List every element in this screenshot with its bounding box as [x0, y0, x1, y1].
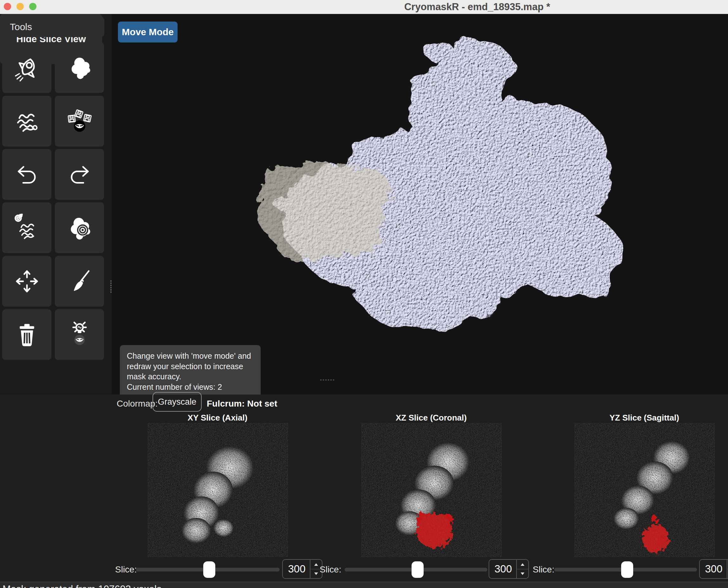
xy-slice-spinbox[interactable]: 300 — [282, 559, 322, 579]
xy-slice-slider-label: Slice: — [115, 560, 137, 579]
titlebar: CryomaskR - emd_18935.map * — [0, 0, 728, 14]
tool-button-mask[interactable] — [55, 42, 104, 93]
xz-slider-thumb[interactable] — [411, 561, 424, 578]
minimize-button[interactable] — [17, 3, 24, 10]
protein-target-icon — [12, 212, 42, 243]
protein-icon — [12, 106, 42, 136]
tool-button-paint[interactable] — [55, 256, 104, 307]
colormap-row: Colormap: Grayscale Fulcrum: Not set — [0, 395, 728, 414]
undo-arrow-icon — [12, 159, 42, 190]
yz-slice-title: YZ Slice (Sagittal) — [575, 413, 714, 423]
spinner-up-icon — [314, 563, 318, 566]
window-title: CryomaskR - emd_18935.map * — [404, 0, 550, 14]
redo-arrow-icon — [64, 159, 95, 190]
tool-button-save-mask[interactable] — [55, 96, 104, 147]
fulcrum-status: Fulcrum: Not set — [207, 395, 277, 413]
yz-slice-slider[interactable] — [554, 568, 697, 571]
colormap-dropdown[interactable]: Grayscale — [152, 392, 202, 412]
tool-button-protein-focus[interactable] — [2, 202, 51, 253]
colormap-label: Colormap: — [117, 395, 157, 413]
spinner-down-icon — [521, 572, 524, 575]
mask-overlay-3d — [258, 163, 391, 261]
xz-slice-value: 300 — [489, 560, 517, 578]
yz-slider-thumb[interactable] — [621, 561, 633, 578]
tools-header-label: Tools — [2, 17, 104, 37]
idea-ninja-icon — [64, 319, 95, 350]
tool-button-redo[interactable] — [55, 149, 104, 200]
move-mode-button[interactable]: Move Mode — [118, 22, 177, 42]
xy-slice-slider[interactable] — [136, 568, 280, 571]
spinner-down-icon — [314, 572, 318, 575]
status-text: Mask generated from 107603 voxels — [2, 584, 162, 588]
xz-slice-spinbox[interactable]: 300 — [489, 559, 529, 579]
xz-slice-render — [362, 423, 501, 556]
density-map-3d-render — [112, 14, 728, 395]
tool-button-move[interactable] — [2, 256, 51, 307]
yz-slice-value: 300 — [700, 560, 728, 578]
xy-slice-value: 300 — [283, 560, 311, 578]
trash-icon — [12, 319, 42, 350]
yz-slice-image[interactable] — [575, 423, 715, 557]
yz-slice-slider-label: Slice: — [533, 560, 554, 579]
xz-slice-slider[interactable] — [345, 568, 487, 571]
view-hint-tooltip: Change view with 'move mode' and redraw … — [120, 345, 261, 395]
yz-slice-spinbox[interactable]: 300 — [699, 559, 728, 579]
status-bar: Mask generated from 107603 voxels — [0, 582, 728, 588]
colormap-dropdown-value: Grayscale — [158, 397, 197, 407]
slice-view-panel: Colormap: Grayscale Fulcrum: Not set XY … — [0, 395, 728, 582]
tool-button-launch[interactable] — [2, 42, 51, 93]
xy-slice-image[interactable] — [148, 423, 288, 557]
spinner-down-button[interactable] — [517, 569, 528, 578]
move-mode-label: Move Mode — [122, 27, 173, 37]
rocket-icon — [12, 52, 42, 83]
mask-target-icon — [64, 212, 95, 243]
xz-spinner — [516, 560, 528, 578]
yz-slice-render — [575, 423, 714, 556]
move-arrows-icon — [12, 266, 42, 296]
xy-slider-thumb[interactable] — [203, 561, 215, 578]
close-button[interactable] — [4, 3, 11, 10]
paintbrush-icon — [64, 266, 95, 296]
tool-button-hint[interactable] — [55, 309, 104, 360]
mask-blob-icon — [64, 52, 95, 83]
panel-splitter-handle[interactable] — [320, 379, 335, 381]
tool-button-protein[interactable] — [2, 96, 51, 147]
spinner-up-icon — [521, 563, 524, 566]
xy-slice-title: XY Slice (Axial) — [148, 413, 287, 423]
yz-spinner — [727, 560, 728, 578]
tools-header: Tools — [2, 17, 104, 37]
viewport-3d[interactable]: Move Mode Change view with 'move mode' a… — [112, 14, 728, 395]
spinner-up-button[interactable] — [517, 560, 528, 569]
zoom-button[interactable] — [29, 3, 37, 10]
xz-slice-image[interactable] — [362, 423, 501, 557]
app-window: CryomaskR - emd_18935.map * Tools — [0, 0, 728, 588]
tool-button-mask-focus[interactable] — [55, 202, 104, 253]
xy-slice-render — [148, 423, 287, 556]
xz-slice-title: XZ Slice (Coronal) — [362, 413, 501, 423]
tool-button-undo[interactable] — [2, 149, 51, 200]
tool-button-delete[interactable] — [2, 309, 51, 360]
floppy-ninja-icon — [64, 106, 95, 136]
xz-slice-slider-label: Slice: — [320, 560, 341, 579]
